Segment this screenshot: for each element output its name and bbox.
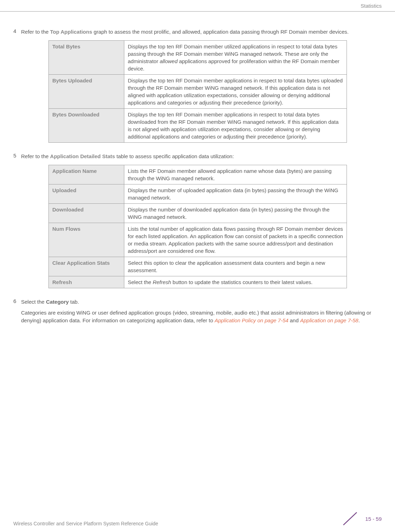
detailed-stats-table: Application Name Lists the RF Domain mem… <box>48 165 347 288</box>
bytes-uploaded-label: Bytes Uploaded <box>49 75 124 109</box>
step-4-number: 4 <box>13 28 21 34</box>
table-row: Bytes Downloaded Displays the top ten RF… <box>49 109 347 143</box>
refresh-label: Refresh <box>49 276 124 288</box>
table-row: Clear Application Stats Select this opti… <box>49 257 347 276</box>
step-4-pre: Refer to the <box>21 29 50 35</box>
total-bytes-label: Total Bytes <box>49 41 124 75</box>
slash-icon <box>341 511 362 526</box>
text-italic: Refresh <box>153 279 171 285</box>
step-6: 6 Select the Category tab. Categories ar… <box>13 298 382 324</box>
step-4-post: graph to assess the most prolific, and a… <box>92 29 349 35</box>
text: button to update the statistics counters… <box>171 279 312 285</box>
clear-stats-desc: Select this option to clear the applicat… <box>124 257 347 276</box>
table-row: Bytes Uploaded Displays the top ten RF D… <box>49 75 347 109</box>
bytes-uploaded-desc: Displays the top ten RF Domain member ap… <box>124 75 347 109</box>
step-6-paragraph: Categories are existing WiNG or user def… <box>21 309 382 324</box>
table-row: Downloaded Displays the number of downlo… <box>49 204 347 223</box>
uploaded-label: Uploaded <box>49 184 124 204</box>
text: Select the <box>128 279 153 285</box>
table-row: Refresh Select the Refresh button to upd… <box>49 276 347 288</box>
page-footer: Wireless Controller and Service Platform… <box>13 511 382 526</box>
step-4-bold: Top Applications <box>50 29 92 35</box>
link-application-policy[interactable]: Application Policy on page 7-54 <box>215 317 288 323</box>
page-number: 15 - 59 <box>365 516 382 522</box>
text-italic: allowed <box>160 58 178 64</box>
step-5-post: table to assess specific application dat… <box>115 153 234 159</box>
step-6-text: Select the Category tab. <box>21 298 382 305</box>
step-5-bold: Application Detailed Stats <box>50 153 115 159</box>
step-6-bold: Category <box>46 299 69 305</box>
application-name-desc: Lists the RF Domain member allowed appli… <box>124 165 347 184</box>
svg-line-0 <box>343 512 357 525</box>
num-flows-desc: Lists the total number of application da… <box>124 223 347 257</box>
step-6-pre: Select the <box>21 299 46 305</box>
step-6-post: tab. <box>69 299 79 305</box>
step-5: 5 Refer to the Application Detailed Stat… <box>13 153 382 288</box>
footer-right: 15 - 59 <box>341 511 382 526</box>
total-bytes-desc: Displays the top ten RF Domain member ut… <box>124 41 347 75</box>
step-6-number: 6 <box>13 298 21 304</box>
step-5-text: Refer to the Application Detailed Stats … <box>21 153 382 160</box>
table-row: Uploaded Displays the number of uploaded… <box>49 184 347 204</box>
downloaded-label: Downloaded <box>49 204 124 223</box>
step-4-text: Refer to the Top Applications graph to a… <box>21 28 382 35</box>
page-content: 4 Refer to the Top Applications graph to… <box>0 28 395 334</box>
link-application[interactable]: Application on page 7-58 <box>300 317 358 323</box>
top-applications-table: Total Bytes Displays the top ten RF Doma… <box>48 40 347 143</box>
text: and <box>288 317 300 323</box>
downloaded-desc: Displays the number of downloaded applic… <box>124 204 347 223</box>
num-flows-label: Num Flows <box>49 223 124 257</box>
header-rule <box>0 11 395 12</box>
step-4: 4 Refer to the Top Applications graph to… <box>13 28 382 143</box>
uploaded-desc: Displays the number of uploaded applicat… <box>124 184 347 204</box>
header-section: Statistics <box>361 3 382 9</box>
table-row: Total Bytes Displays the top ten RF Doma… <box>49 41 347 75</box>
application-name-label: Application Name <box>49 165 124 184</box>
refresh-desc: Select the Refresh button to update the … <box>124 276 347 288</box>
footer-title: Wireless Controller and Service Platform… <box>13 521 158 526</box>
step-5-pre: Refer to the <box>21 153 50 159</box>
clear-stats-label: Clear Application Stats <box>49 257 124 276</box>
step-5-number: 5 <box>13 153 21 159</box>
table-row: Num Flows Lists the total number of appl… <box>49 223 347 257</box>
table-row: Application Name Lists the RF Domain mem… <box>49 165 347 184</box>
text: . <box>358 317 360 323</box>
bytes-downloaded-desc: Displays the top ten RF Domain member ap… <box>124 109 347 143</box>
bytes-downloaded-label: Bytes Downloaded <box>49 109 124 143</box>
